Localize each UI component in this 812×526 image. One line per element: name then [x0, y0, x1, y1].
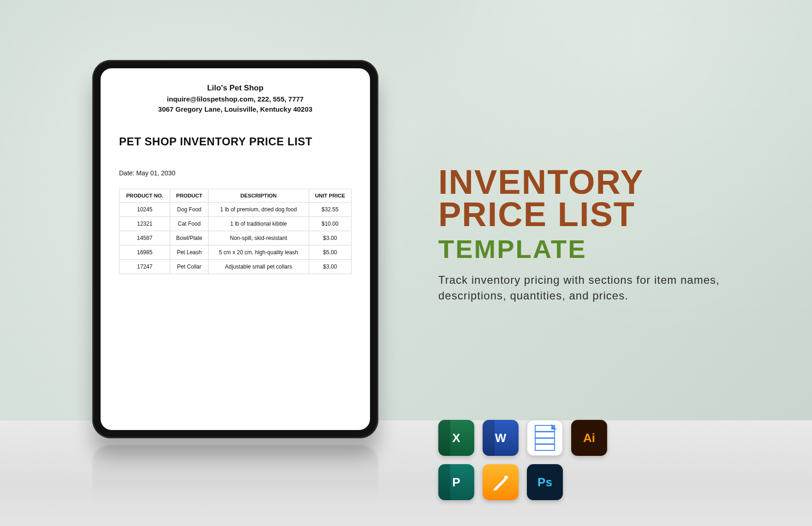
col-unit-price: UNIT PRICE	[309, 189, 351, 202]
shop-address: 3067 Gregory Lane, Louisville, Kentucky …	[119, 104, 352, 115]
table-header-row: PRODUCT NO. PRODUCT DESCRIPTION UNIT PRI…	[119, 189, 352, 202]
excel-icon: X	[438, 420, 474, 456]
promo-title-line2: PRICE LIST	[438, 198, 761, 231]
col-product: PRODUCT	[170, 189, 209, 202]
col-description: DESCRIPTION	[208, 189, 309, 202]
cell-desc: 1 lb of traditional kibble	[208, 216, 309, 231]
cell-price: $5.00	[309, 245, 351, 259]
cell-prod: Pet Collar	[170, 259, 209, 274]
document-date: Date: May 01, 2030	[119, 169, 352, 177]
excel-glyph: X	[452, 431, 460, 445]
promo-description: Track inventory pricing with sections fo…	[438, 272, 761, 305]
photoshop-glyph: Ps	[537, 475, 552, 490]
inventory-table: PRODUCT NO. PRODUCT DESCRIPTION UNIT PRI…	[119, 189, 352, 274]
document-header: Lilo's Pet Shop inquire@lilospetshop.com…	[119, 82, 352, 115]
promo-text-block: INVENTORY PRICE LIST TEMPLATE Track inve…	[438, 166, 761, 304]
tablet-frame: Lilo's Pet Shop inquire@lilospetshop.com…	[92, 60, 378, 438]
illustrator-glyph: Ai	[583, 431, 595, 445]
word-icon: W	[483, 420, 519, 456]
publisher-glyph: P	[452, 475, 460, 490]
cell-price: $32.55	[309, 202, 351, 216]
table-row: 14587 Bowl/Plate Non-spill, skid-resista…	[119, 231, 352, 245]
table-row: 17247 Pet Collar Adjustable small pet co…	[119, 259, 352, 274]
promo-title-line3: TEMPLATE	[438, 234, 761, 264]
table-row: 10245 Dog Food 1 lb of premium, dried do…	[119, 202, 352, 216]
cell-price: $3.00	[309, 259, 351, 274]
cell-no: 14587	[119, 231, 170, 245]
svg-point-0	[504, 476, 508, 479]
cell-no: 10245	[119, 202, 170, 216]
google-docs-icon	[527, 420, 563, 456]
pages-icon	[483, 464, 519, 500]
word-glyph: W	[495, 431, 507, 445]
cell-desc: Non-spill, skid-resistant	[208, 231, 309, 245]
document-title: PET SHOP INVENTORY PRICE LIST	[119, 135, 352, 148]
table-row: 12321 Cat Food 1 lb of traditional kibbl…	[119, 216, 352, 231]
table-row: 16985 Pet Leash 5 cm x 20 cm, high-quali…	[119, 245, 352, 259]
tablet-reflection	[92, 445, 378, 516]
shop-contact: inquire@lilospetshop.com, 222, 555, 7777	[119, 94, 352, 105]
cell-prod: Dog Food	[170, 202, 209, 216]
promo-title-line1: INVENTORY	[438, 166, 761, 198]
cell-desc: 5 cm x 20 cm, high-quality leash	[208, 245, 309, 259]
cell-prod: Pet Leash	[170, 245, 209, 259]
publisher-icon: P	[438, 464, 474, 500]
cell-no: 16985	[119, 245, 170, 259]
cell-prod: Bowl/Plate	[170, 231, 209, 245]
cell-desc: 1 lb of premium, dried dog food	[208, 202, 309, 216]
shop-name: Lilo's Pet Shop	[119, 82, 352, 94]
illustrator-icon: Ai	[571, 420, 607, 456]
document-screen: Lilo's Pet Shop inquire@lilospetshop.com…	[101, 68, 370, 430]
col-product-no: PRODUCT NO.	[119, 189, 170, 202]
cell-no: 17247	[119, 259, 170, 274]
format-icons: X W Ai P Ps	[438, 420, 607, 500]
cell-prod: Cat Food	[170, 216, 209, 231]
cell-desc: Adjustable small pet collars	[208, 259, 309, 274]
cell-no: 12321	[119, 216, 170, 231]
template-preview-card: Lilo's Pet Shop inquire@lilospetshop.com…	[0, 0, 812, 526]
photoshop-icon: Ps	[527, 464, 563, 500]
cell-price: $10.00	[309, 216, 351, 231]
cell-price: $3.00	[309, 231, 351, 245]
